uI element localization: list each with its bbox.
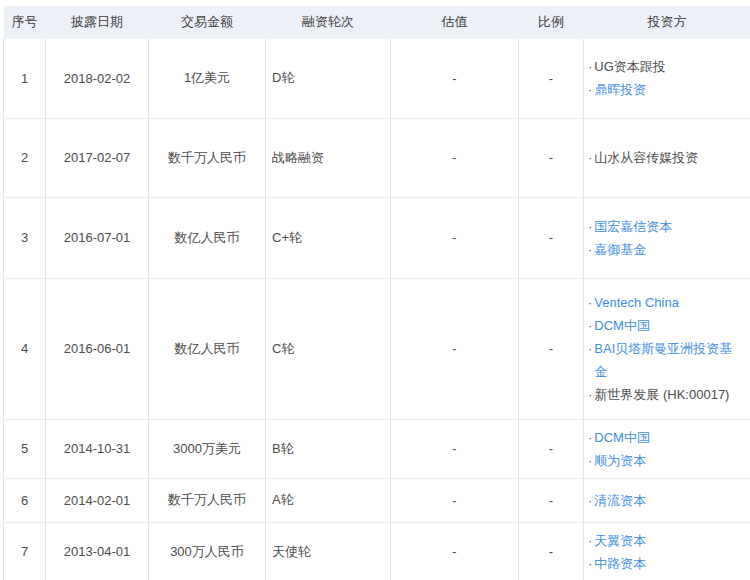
cell-ratio: - [519,118,584,197]
table-row: 12018-02-021亿美元D轮--·UG资本跟投·鼎晖投资 [4,38,750,118]
investor-item: ·UG资本跟投 [588,55,734,78]
table-row: 52014-10-313000万美元B轮--·DCM中国·顺为资本 [4,419,750,478]
cell-investors: ·国宏嘉信资本·嘉御基金 [584,197,750,278]
investor-item: ·DCM中国 [588,426,734,449]
funding-rounds-table: 序号披露日期交易金额融资轮次估值比例投资方 12018-02-021亿美元D轮-… [3,6,750,580]
cell-valuation: - [391,38,519,118]
cell-valuation: - [391,118,519,197]
cell-investors: ·Ventech China·DCM中国·BAI贝塔斯曼亚洲投资基金·新世界发展… [584,278,750,419]
cell-amount: 数千万人民币 [149,478,266,522]
cell-investors: ·清流资本 [584,478,750,522]
cell-date: 2017-02-07 [46,118,149,197]
investor-name: 山水从容传媒投资 [594,146,698,169]
cell-date: 2016-06-01 [46,278,149,419]
bullet-icon: · [588,55,592,78]
cell-round: 战略融资 [266,118,391,197]
investor-item: ·嘉御基金 [588,238,734,261]
bullet-icon: · [588,449,592,472]
bullet-icon: · [588,215,592,238]
cell-index: 4 [4,278,46,419]
table-row: 42016-06-01数亿人民币C轮--·Ventech China·DCM中国… [4,278,750,419]
bullet-icon: · [588,146,592,169]
bullet-icon: · [588,489,592,512]
investor-item: ·Ventech China [588,291,734,314]
cell-amount: 1亿美元 [149,38,266,118]
investor-link[interactable]: DCM中国 [594,426,650,449]
column-header-index: 序号 [4,6,46,38]
bullet-icon: · [588,383,592,406]
cell-date: 2013-04-01 [46,522,149,580]
investor-item: ·天翼资本 [588,529,734,552]
bullet-icon: · [588,426,592,449]
investor-link[interactable]: 顺为资本 [594,449,646,472]
cell-ratio: - [519,522,584,580]
cell-ratio: - [519,278,584,419]
investor-item: ·中路资本 [588,552,734,575]
cell-valuation: - [391,197,519,278]
investor-link[interactable]: 鼎晖投资 [594,78,646,101]
investor-item: ·鼎晖投资 [588,78,734,101]
bullet-icon: · [588,238,592,261]
cell-investors: ·DCM中国·顺为资本 [584,419,750,478]
cell-index: 6 [4,478,46,522]
investor-item: ·山水从容传媒投资 [588,146,734,169]
cell-amount: 3000万美元 [149,419,266,478]
cell-round: D轮 [266,38,391,118]
investor-link[interactable]: Ventech China [594,291,679,314]
cell-amount: 数千万人民币 [149,118,266,197]
table-row: 72013-04-01300万人民币天使轮--·天翼资本·中路资本 [4,522,750,580]
bullet-icon: · [588,291,592,314]
bullet-icon: · [588,314,592,337]
cell-round: C轮 [266,278,391,419]
investor-name: 新世界发展 (HK:00017) [594,383,729,406]
cell-investors: ·UG资本跟投·鼎晖投资 [584,38,750,118]
cell-index: 7 [4,522,46,580]
investor-link[interactable]: 清流资本 [594,489,646,512]
cell-index: 3 [4,197,46,278]
table-header-row: 序号披露日期交易金额融资轮次估值比例投资方 [4,6,750,38]
cell-date: 2014-10-31 [46,419,149,478]
bullet-icon: · [588,552,592,575]
cell-valuation: - [391,278,519,419]
cell-investors: ·山水从容传媒投资 [584,118,750,197]
investor-item: ·顺为资本 [588,449,734,472]
cell-round: A轮 [266,478,391,522]
cell-date: 2014-02-01 [46,478,149,522]
table-row: 62014-02-01数千万人民币A轮--·清流资本 [4,478,750,522]
investor-item: ·DCM中国 [588,314,734,337]
investor-link[interactable]: 国宏嘉信资本 [594,215,672,238]
cell-ratio: - [519,419,584,478]
column-header-ratio: 比例 [519,6,584,38]
column-header-round: 融资轮次 [266,6,391,38]
bullet-icon: · [588,529,592,552]
cell-amount: 数亿人民币 [149,197,266,278]
cell-amount: 300万人民币 [149,522,266,580]
column-header-investors: 投资方 [584,6,750,38]
cell-investors: ·天翼资本·中路资本 [584,522,750,580]
cell-round: B轮 [266,419,391,478]
table-row: 22017-02-07数千万人民币战略融资--·山水从容传媒投资 [4,118,750,197]
cell-index: 1 [4,38,46,118]
investor-link[interactable]: 天翼资本 [594,529,646,552]
column-header-valuation: 估值 [391,6,519,38]
table-row: 32016-07-01数亿人民币C+轮--·国宏嘉信资本·嘉御基金 [4,197,750,278]
bullet-icon: · [588,78,592,101]
bullet-icon: · [588,337,592,360]
cell-round: 天使轮 [266,522,391,580]
cell-valuation: - [391,522,519,580]
investor-link[interactable]: DCM中国 [594,314,650,337]
investor-link[interactable]: 中路资本 [594,552,646,575]
cell-ratio: - [519,478,584,522]
investor-item: ·清流资本 [588,489,734,512]
investor-item: ·新世界发展 (HK:00017) [588,383,734,406]
cell-valuation: - [391,478,519,522]
cell-ratio: - [519,197,584,278]
investor-link[interactable]: BAI贝塔斯曼亚洲投资基金 [594,337,734,383]
cell-date: 2016-07-01 [46,197,149,278]
cell-amount: 数亿人民币 [149,278,266,419]
cell-round: C+轮 [266,197,391,278]
cell-date: 2018-02-02 [46,38,149,118]
cell-index: 2 [4,118,46,197]
investor-item: ·国宏嘉信资本 [588,215,734,238]
investor-link[interactable]: 嘉御基金 [594,238,646,261]
